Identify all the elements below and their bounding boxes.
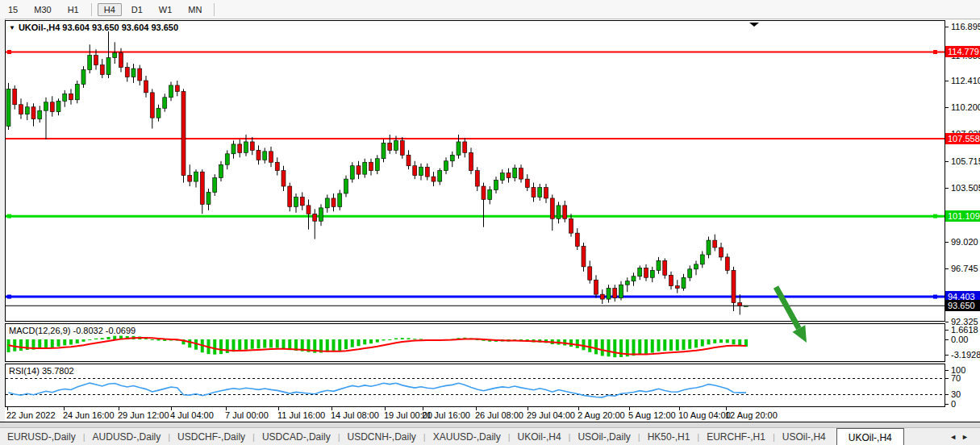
candle-body: [413, 166, 417, 176]
macd-histogram-bar: [632, 339, 636, 356]
price-axis-label: 112.410: [951, 76, 980, 85]
line-handle[interactable]: [7, 295, 11, 299]
candle-body: [732, 270, 736, 302]
toolbar-separator: [91, 3, 92, 16]
line-handle[interactable]: [933, 214, 937, 218]
macd-histogram-bar: [238, 339, 241, 351]
price-axis-label: 103.505: [951, 183, 980, 193]
macd-histogram-bar: [338, 339, 341, 351]
chart-tab-usoil-h4[interactable]: USOil-,H4: [775, 428, 833, 445]
candle-body: [75, 84, 79, 99]
candlestick-chart[interactable]: [6, 21, 945, 321]
macd-histogram-bar: [332, 339, 336, 351]
chart-tab-hk50-h1[interactable]: HK50-,H1: [640, 428, 698, 445]
toolbar-separator: [214, 3, 215, 16]
candle-body: [375, 159, 379, 171]
candle-body: [350, 166, 354, 179]
price-axis-label: 0.00: [951, 335, 968, 344]
timeframe-button-w1[interactable]: W1: [152, 3, 179, 16]
chart-tab-usdchf-daily[interactable]: USDCHF-,Daily: [170, 428, 252, 445]
macd-histogram-bar: [326, 339, 329, 352]
chart-tab-usdcnh-daily[interactable]: USDCNH-,Daily: [340, 428, 423, 445]
macd-histogram-bar: [219, 339, 223, 354]
chart-tab-ukoil-h4[interactable]: UKOil-,H4: [511, 428, 569, 445]
macd-histogram-bar: [663, 339, 666, 351]
macd-axis-tick: [945, 330, 949, 331]
rsi-indicator-pane[interactable]: RSI(14) 35.7802: [5, 364, 945, 407]
candle-body: [388, 143, 392, 150]
candle-body: [482, 186, 486, 199]
candle-body: [144, 81, 148, 93]
timeframe-button-m30[interactable]: M30: [27, 3, 57, 16]
candle-body: [225, 154, 229, 164]
macd-histogram-bar: [357, 339, 361, 346]
macd-histogram-bar: [401, 338, 404, 339]
candle-body: [94, 56, 98, 65]
rsi-chart[interactable]: [6, 364, 945, 406]
candle-body: [500, 173, 504, 181]
macd-histogram-bar: [694, 339, 698, 347]
timeframe-button-h4[interactable]: H4: [98, 3, 122, 16]
macd-indicator-pane[interactable]: MACD(12,26,9) -0.8032 -0.0699: [5, 323, 945, 362]
chart-tab-ukoil-h4[interactable]: UKOil-,H4: [836, 428, 904, 445]
timeframe-button-15[interactable]: 15: [2, 3, 24, 16]
macd-histogram-bar: [282, 339, 286, 349]
time-axis-label: 21 Jul 16:00: [422, 410, 470, 420]
price-badge: 114.779: [945, 46, 980, 57]
candle-body: [613, 289, 617, 298]
time-axis-label: 26 Jul 08:00: [475, 410, 523, 420]
time-axis-label: 10 Aug 04:00: [678, 410, 731, 420]
candle-body: [544, 188, 548, 198]
candle-body: [600, 294, 604, 299]
tabs-scroll-left-icon[interactable]: ◄: [949, 433, 961, 441]
chart-tab-eurusd-daily[interactable]: EURUSD-,Daily: [0, 428, 83, 445]
macd-histogram-bar: [657, 339, 661, 351]
candle-body: [669, 275, 673, 285]
macd-histogram-bar: [113, 336, 116, 339]
macd-histogram-bar: [57, 339, 60, 347]
chart-tab-eurchf-h1[interactable]: EURCHF-,H1: [699, 428, 773, 445]
line-handle[interactable]: [933, 295, 937, 299]
candle-body: [307, 206, 311, 214]
time-axis-label: 4 Jul 04:00: [170, 410, 214, 420]
macd-histogram-bar: [713, 339, 716, 343]
candle-body: [607, 289, 611, 299]
candle-body: [713, 240, 717, 247]
macd-histogram-bar: [388, 339, 391, 340]
chart-tab-audusd-daily[interactable]: AUDUSD-,Daily: [85, 428, 169, 445]
trading-terminal-window: 15M30H1H4D1W1MN ▼UKOil-,H4 93.604 93.650…: [0, 0, 980, 445]
macd-histogram-bar: [732, 339, 736, 344]
macd-histogram-bar: [363, 339, 366, 344]
timeframe-button-d1[interactable]: D1: [125, 3, 149, 16]
symbol-dropdown-icon[interactable]: ▼: [9, 24, 15, 31]
candle-body: [269, 152, 273, 162]
candle-body: [619, 285, 623, 297]
candle-body: [288, 186, 292, 206]
time-axis-label: 5 Aug 12:00: [628, 410, 676, 420]
candle-body: [582, 247, 586, 267]
line-handle[interactable]: [7, 50, 11, 54]
candle-body: [231, 144, 236, 154]
timeframe-button-mn[interactable]: MN: [181, 3, 208, 16]
price-axis-label: 96.745: [951, 264, 978, 273]
candle-body: [238, 144, 242, 152]
candle-body: [513, 168, 517, 178]
tabs-scroll-right-icon[interactable]: ►: [961, 433, 974, 441]
time-axis-label: 7 Jul 00:00: [225, 410, 269, 420]
candle-body: [644, 268, 648, 277]
chart-tab-xauusd-daily[interactable]: XAUUSD-,Daily: [426, 428, 508, 445]
chart-tab-usdcad-daily[interactable]: USDCAD-,Daily: [255, 428, 338, 445]
macd-histogram-bar: [101, 338, 104, 339]
candle-body: [244, 142, 248, 152]
candle-body: [650, 270, 654, 277]
price-axis-tick: [945, 107, 949, 108]
main-chart-pane[interactable]: ▼UKOil-,H4 93.604 93.650 93.604 93.650: [5, 20, 945, 322]
timeframe-button-h1[interactable]: H1: [61, 3, 85, 16]
macd-histogram-bar: [576, 339, 579, 348]
macd-chart[interactable]: [6, 324, 945, 361]
line-handle[interactable]: [933, 50, 937, 54]
chart-tab-usoil-daily[interactable]: USOil-,Daily: [570, 428, 637, 445]
line-handle[interactable]: [7, 214, 11, 218]
candle-body: [313, 214, 317, 221]
candle-body: [6, 89, 10, 126]
